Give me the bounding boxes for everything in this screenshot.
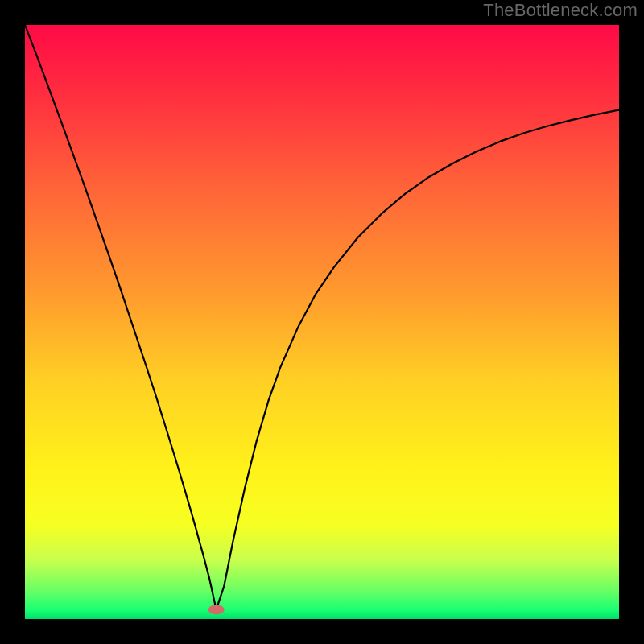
- gradient-background: [25, 25, 619, 619]
- minimum-marker: [208, 605, 225, 614]
- chart-frame: TheBottleneck.com: [0, 0, 644, 644]
- plot-area: [25, 25, 619, 619]
- watermark-text: TheBottleneck.com: [483, 0, 638, 21]
- bottleneck-plot: [25, 25, 619, 619]
